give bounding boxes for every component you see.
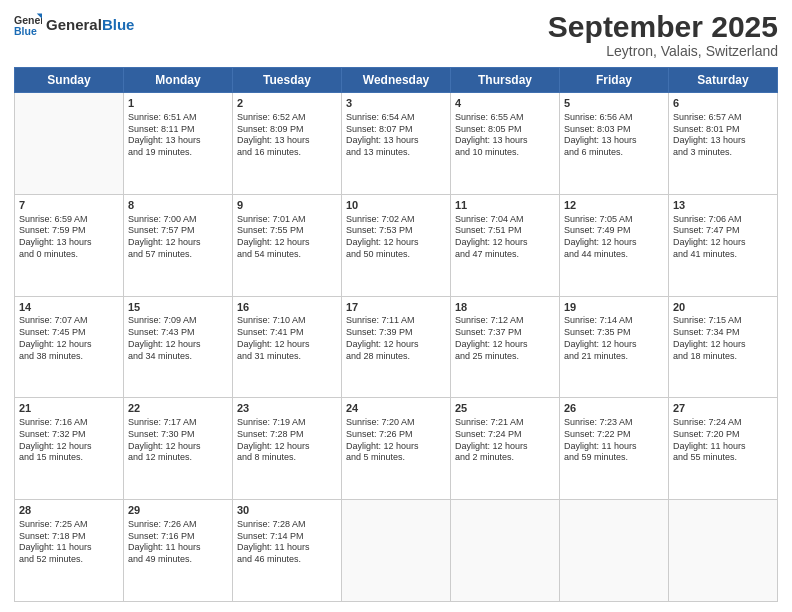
calendar-cell: 23Sunrise: 7:19 AM Sunset: 7:28 PM Dayli… — [233, 398, 342, 500]
calendar-cell — [560, 500, 669, 602]
calendar-cell: 26Sunrise: 7:23 AM Sunset: 7:22 PM Dayli… — [560, 398, 669, 500]
day-info: Sunrise: 7:05 AM Sunset: 7:49 PM Dayligh… — [564, 214, 664, 261]
month-title: September 2025 — [548, 10, 778, 43]
day-info: Sunrise: 6:51 AM Sunset: 8:11 PM Dayligh… — [128, 112, 228, 159]
day-number: 16 — [237, 300, 337, 315]
day-of-week-header: Thursday — [451, 68, 560, 93]
day-info: Sunrise: 7:00 AM Sunset: 7:57 PM Dayligh… — [128, 214, 228, 261]
day-info: Sunrise: 6:52 AM Sunset: 8:09 PM Dayligh… — [237, 112, 337, 159]
day-info: Sunrise: 6:54 AM Sunset: 8:07 PM Dayligh… — [346, 112, 446, 159]
day-info: Sunrise: 7:12 AM Sunset: 7:37 PM Dayligh… — [455, 315, 555, 362]
calendar-cell: 5Sunrise: 6:56 AM Sunset: 8:03 PM Daylig… — [560, 93, 669, 195]
day-of-week-header: Friday — [560, 68, 669, 93]
calendar-cell — [669, 500, 778, 602]
calendar-cell: 12Sunrise: 7:05 AM Sunset: 7:49 PM Dayli… — [560, 194, 669, 296]
calendar-cell — [451, 500, 560, 602]
calendar-cell: 19Sunrise: 7:14 AM Sunset: 7:35 PM Dayli… — [560, 296, 669, 398]
calendar-cell: 8Sunrise: 7:00 AM Sunset: 7:57 PM Daylig… — [124, 194, 233, 296]
calendar-cell: 18Sunrise: 7:12 AM Sunset: 7:37 PM Dayli… — [451, 296, 560, 398]
calendar-cell: 21Sunrise: 7:16 AM Sunset: 7:32 PM Dayli… — [15, 398, 124, 500]
day-number: 30 — [237, 503, 337, 518]
day-info: Sunrise: 7:04 AM Sunset: 7:51 PM Dayligh… — [455, 214, 555, 261]
day-number: 2 — [237, 96, 337, 111]
day-number: 12 — [564, 198, 664, 213]
day-number: 13 — [673, 198, 773, 213]
calendar-cell: 29Sunrise: 7:26 AM Sunset: 7:16 PM Dayli… — [124, 500, 233, 602]
logo-general: General — [46, 16, 102, 33]
day-number: 1 — [128, 96, 228, 111]
calendar-cell: 7Sunrise: 6:59 AM Sunset: 7:59 PM Daylig… — [15, 194, 124, 296]
calendar-cell: 2Sunrise: 6:52 AM Sunset: 8:09 PM Daylig… — [233, 93, 342, 195]
day-of-week-header: Sunday — [15, 68, 124, 93]
title-block: September 2025 Leytron, Valais, Switzerl… — [548, 10, 778, 59]
day-number: 10 — [346, 198, 446, 213]
calendar-cell — [15, 93, 124, 195]
day-info: Sunrise: 7:20 AM Sunset: 7:26 PM Dayligh… — [346, 417, 446, 464]
day-info: Sunrise: 6:56 AM Sunset: 8:03 PM Dayligh… — [564, 112, 664, 159]
day-of-week-header: Monday — [124, 68, 233, 93]
calendar-cell: 25Sunrise: 7:21 AM Sunset: 7:24 PM Dayli… — [451, 398, 560, 500]
day-info: Sunrise: 7:21 AM Sunset: 7:24 PM Dayligh… — [455, 417, 555, 464]
day-info: Sunrise: 7:07 AM Sunset: 7:45 PM Dayligh… — [19, 315, 119, 362]
calendar: SundayMondayTuesdayWednesdayThursdayFrid… — [14, 67, 778, 602]
day-number: 19 — [564, 300, 664, 315]
day-number: 23 — [237, 401, 337, 416]
day-info: Sunrise: 7:16 AM Sunset: 7:32 PM Dayligh… — [19, 417, 119, 464]
day-number: 6 — [673, 96, 773, 111]
day-info: Sunrise: 7:23 AM Sunset: 7:22 PM Dayligh… — [564, 417, 664, 464]
day-number: 4 — [455, 96, 555, 111]
calendar-cell: 27Sunrise: 7:24 AM Sunset: 7:20 PM Dayli… — [669, 398, 778, 500]
day-info: Sunrise: 7:09 AM Sunset: 7:43 PM Dayligh… — [128, 315, 228, 362]
day-info: Sunrise: 7:19 AM Sunset: 7:28 PM Dayligh… — [237, 417, 337, 464]
day-number: 7 — [19, 198, 119, 213]
calendar-cell: 20Sunrise: 7:15 AM Sunset: 7:34 PM Dayli… — [669, 296, 778, 398]
day-number: 3 — [346, 96, 446, 111]
day-info: Sunrise: 7:26 AM Sunset: 7:16 PM Dayligh… — [128, 519, 228, 566]
calendar-cell: 9Sunrise: 7:01 AM Sunset: 7:55 PM Daylig… — [233, 194, 342, 296]
day-number: 5 — [564, 96, 664, 111]
day-number: 21 — [19, 401, 119, 416]
day-info: Sunrise: 7:02 AM Sunset: 7:53 PM Dayligh… — [346, 214, 446, 261]
calendar-cell — [342, 500, 451, 602]
logo-blue: Blue — [102, 16, 135, 33]
day-of-week-header: Tuesday — [233, 68, 342, 93]
logo: General Blue GeneralBlue — [14, 10, 134, 38]
logo-icon: General Blue — [14, 10, 42, 38]
day-number: 24 — [346, 401, 446, 416]
day-number: 20 — [673, 300, 773, 315]
location: Leytron, Valais, Switzerland — [548, 43, 778, 59]
day-number: 17 — [346, 300, 446, 315]
day-info: Sunrise: 7:01 AM Sunset: 7:55 PM Dayligh… — [237, 214, 337, 261]
calendar-cell: 22Sunrise: 7:17 AM Sunset: 7:30 PM Dayli… — [124, 398, 233, 500]
calendar-cell: 6Sunrise: 6:57 AM Sunset: 8:01 PM Daylig… — [669, 93, 778, 195]
day-info: Sunrise: 7:25 AM Sunset: 7:18 PM Dayligh… — [19, 519, 119, 566]
calendar-cell: 11Sunrise: 7:04 AM Sunset: 7:51 PM Dayli… — [451, 194, 560, 296]
day-info: Sunrise: 7:14 AM Sunset: 7:35 PM Dayligh… — [564, 315, 664, 362]
day-info: Sunrise: 7:28 AM Sunset: 7:14 PM Dayligh… — [237, 519, 337, 566]
calendar-cell: 17Sunrise: 7:11 AM Sunset: 7:39 PM Dayli… — [342, 296, 451, 398]
day-of-week-header: Wednesday — [342, 68, 451, 93]
day-number: 8 — [128, 198, 228, 213]
day-number: 18 — [455, 300, 555, 315]
calendar-cell: 13Sunrise: 7:06 AM Sunset: 7:47 PM Dayli… — [669, 194, 778, 296]
day-number: 15 — [128, 300, 228, 315]
day-info: Sunrise: 6:57 AM Sunset: 8:01 PM Dayligh… — [673, 112, 773, 159]
calendar-cell: 1Sunrise: 6:51 AM Sunset: 8:11 PM Daylig… — [124, 93, 233, 195]
calendar-cell: 14Sunrise: 7:07 AM Sunset: 7:45 PM Dayli… — [15, 296, 124, 398]
day-number: 14 — [19, 300, 119, 315]
day-number: 9 — [237, 198, 337, 213]
day-info: Sunrise: 7:15 AM Sunset: 7:34 PM Dayligh… — [673, 315, 773, 362]
calendar-cell: 4Sunrise: 6:55 AM Sunset: 8:05 PM Daylig… — [451, 93, 560, 195]
day-number: 25 — [455, 401, 555, 416]
day-info: Sunrise: 6:55 AM Sunset: 8:05 PM Dayligh… — [455, 112, 555, 159]
calendar-cell: 30Sunrise: 7:28 AM Sunset: 7:14 PM Dayli… — [233, 500, 342, 602]
calendar-cell: 3Sunrise: 6:54 AM Sunset: 8:07 PM Daylig… — [342, 93, 451, 195]
day-of-week-header: Saturday — [669, 68, 778, 93]
calendar-cell: 10Sunrise: 7:02 AM Sunset: 7:53 PM Dayli… — [342, 194, 451, 296]
day-number: 22 — [128, 401, 228, 416]
day-number: 27 — [673, 401, 773, 416]
calendar-cell: 24Sunrise: 7:20 AM Sunset: 7:26 PM Dayli… — [342, 398, 451, 500]
svg-text:Blue: Blue — [14, 25, 37, 37]
day-info: Sunrise: 7:11 AM Sunset: 7:39 PM Dayligh… — [346, 315, 446, 362]
day-number: 28 — [19, 503, 119, 518]
